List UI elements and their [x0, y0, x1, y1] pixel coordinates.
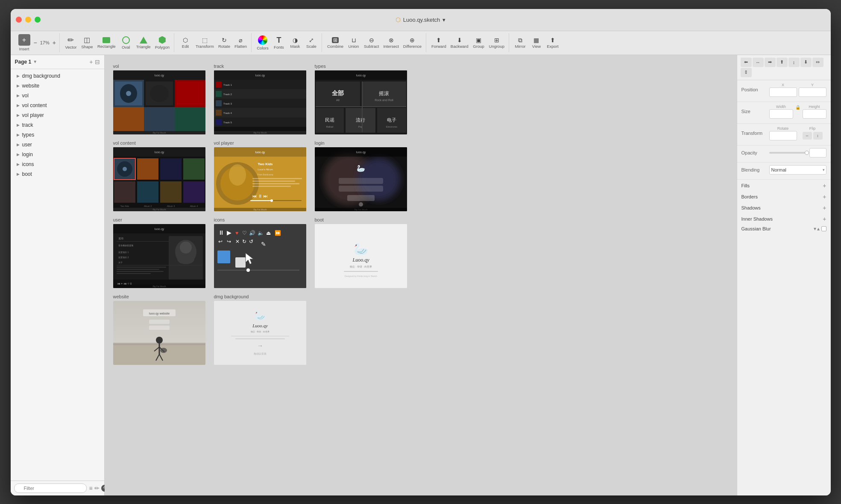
artboard-icons[interactable]: ⏸ ▶ ♥ ♡ 🔊 🔈 ⏏ ⏩ ↩ [214, 224, 306, 288]
edit-layers-icon[interactable]: ✏ [94, 485, 100, 492]
artboard-vol-player[interactable]: luoo.qy Two Kids Luca's Album From Bandc… [214, 147, 306, 211]
artboard-user[interactable]: luoo.qy 通用 音乐播放首选项 设置项目 1 [113, 224, 205, 288]
shadows-add-button[interactable]: + [823, 204, 826, 211]
layers-icon[interactable]: ≡ [89, 485, 93, 492]
filter-input[interactable] [14, 484, 87, 493]
artboard-vol-content[interactable]: luoo.qy [113, 147, 205, 211]
artboard-boot[interactable]: 🦢 Luoo.qy 独立 · 华语 · 向世界 Designed by Kimi… [315, 224, 407, 288]
fills-add-button[interactable]: + [823, 182, 826, 189]
inner-shadows-section-header[interactable]: Inner Shadows + [737, 213, 831, 224]
sidebar-item-login[interactable]: ▶ login [12, 150, 103, 159]
difference-button[interactable]: ⊕ Difference [401, 33, 423, 52]
opacity-input[interactable] [809, 148, 826, 157]
artboard-dmg[interactable]: 🦢 Luoo.qy 独立 · 华语 · 向世界 → [214, 301, 306, 365]
inner-shadows-add-button[interactable]: + [823, 216, 826, 222]
rectangle-tool[interactable]: Rectangle [96, 33, 117, 52]
height-input[interactable] [803, 109, 826, 119]
sidebar-add-icon[interactable]: + [89, 58, 93, 65]
ungroup-label: Ungroup [489, 44, 504, 49]
minimize-button[interactable] [25, 17, 31, 23]
export-button[interactable]: ⬆ Export [545, 33, 560, 52]
shadows-section-header[interactable]: Shadows + [737, 202, 831, 213]
canvas-area[interactable]: vol luoo.qy [105, 55, 737, 495]
gaussian-up-button[interactable]: ▴ [817, 226, 820, 232]
align-middle-v-button[interactable]: ↕ [788, 58, 800, 67]
opacity-thumb[interactable] [805, 151, 809, 155]
mirror-button[interactable]: ⧉ Mirror [513, 33, 528, 52]
borders-add-button[interactable]: + [823, 193, 826, 200]
filter-wrap: 🔍 [14, 484, 87, 493]
shape-tool[interactable]: ◫ Shape [79, 33, 95, 52]
oval-tool[interactable]: Oval [118, 33, 134, 52]
align-left-button[interactable]: ⬅ [741, 58, 752, 67]
scale-button[interactable]: ⤢ Scale [304, 33, 319, 52]
align-center-h-button[interactable]: ↔ [753, 58, 764, 67]
svg-rect-56 [316, 106, 406, 107]
combine-button[interactable]: ⊞ Combine [325, 33, 345, 52]
gaussian-down-button[interactable]: ▾ [814, 226, 816, 232]
artboard-track[interactable]: luoo.qy Track 1 Track 2 Track 3 [214, 70, 306, 134]
vector-tool[interactable]: ✏ Vector [63, 33, 79, 52]
rotate-input[interactable] [769, 131, 797, 140]
group-button[interactable]: ▣ Group [471, 33, 486, 52]
opacity-slider[interactable] [769, 152, 807, 154]
flip-v-button[interactable]: ↕ [813, 132, 823, 140]
fills-section-header[interactable]: Fills + [737, 180, 831, 191]
artboard-website[interactable]: luoo.qy website [113, 301, 205, 365]
forward-button[interactable]: ⬆ Forward [430, 33, 448, 52]
page-selector[interactable]: Page 1 ▼ [15, 59, 38, 65]
width-input[interactable] [769, 109, 793, 119]
blending-select[interactable]: Normal Multiply Screen Overlay Darken Li… [769, 165, 826, 175]
flatten-tool[interactable]: ⌀ Flatten [233, 33, 249, 52]
sidebar-item-dmg-background[interactable]: ▶ dmg background [12, 71, 103, 81]
sidebar-item-vol[interactable]: ▶ vol [12, 91, 103, 100]
sidebar-item-user[interactable]: ▶ user [12, 140, 103, 149]
y-input[interactable] [799, 87, 826, 97]
ungroup-button[interactable]: ⊞ Ungroup [487, 33, 506, 52]
intersect-button[interactable]: ⊗ Intersect [381, 33, 400, 52]
distribute-h-button[interactable]: ⇔ [812, 58, 823, 67]
page-dropdown-icon: ▼ [33, 59, 37, 64]
distribute-v-button[interactable]: ⇕ [741, 68, 752, 77]
subtract-icon: ⊖ [369, 37, 374, 43]
sidebar-item-vol-player[interactable]: ▶ vol player [12, 111, 103, 120]
size-lock-button[interactable]: 🔒 [795, 105, 801, 111]
polygon-icon [159, 36, 166, 44]
borders-section-header[interactable]: Borders + [737, 191, 831, 202]
view-button[interactable]: ▦ View [529, 33, 544, 52]
backward-button[interactable]: ⬇ Backward [449, 33, 470, 52]
insert-plus-icon[interactable]: + [18, 34, 30, 46]
sidebar-item-types[interactable]: ▶ types [12, 130, 103, 140]
artboard-types[interactable]: luoo.qy 全部 All 摇滚 Rock and Roll 民谣 [315, 70, 407, 134]
edit-tool[interactable]: ⬡ Edit [178, 33, 193, 52]
x-input[interactable] [769, 87, 797, 97]
fonts-button[interactable]: T Fonts [271, 33, 287, 52]
union-button[interactable]: ⊔ Union [346, 33, 361, 52]
sidebar-item-track[interactable]: ▶ track [12, 120, 103, 130]
flip-h-button[interactable]: ↔ [803, 132, 812, 140]
align-bottom-button[interactable]: ⬇ [800, 58, 812, 67]
triangle-tool[interactable]: Triangle [135, 33, 152, 52]
zoom-plus-button[interactable]: + [52, 39, 57, 46]
gaussian-blur-checkbox[interactable] [821, 226, 826, 231]
colors-button[interactable]: Colors [255, 33, 270, 52]
sidebar-item-vol-content[interactable]: ▶ vol content [12, 101, 103, 110]
mask-button[interactable]: ◑ Mask [287, 33, 303, 52]
close-button[interactable] [16, 17, 22, 23]
title-dropdown[interactable]: ▾ [442, 17, 445, 23]
align-top-button[interactable]: ⬆ [777, 58, 788, 67]
artboard-vol[interactable]: luoo.qy [113, 70, 205, 134]
subtract-button[interactable]: ⊖ Subtract [362, 33, 381, 52]
sidebar-item-icons[interactable]: ▶ icons [12, 160, 103, 169]
transform-tool[interactable]: ⬚ Transform [194, 33, 216, 52]
polygon-tool[interactable]: Polygon [153, 33, 171, 52]
sidebar-item-boot[interactable]: ▶ boot [12, 169, 103, 179]
maximize-button[interactable] [35, 17, 41, 23]
sidebar-item-website[interactable]: ▶ website [12, 81, 103, 90]
insert-button[interactable]: + Insert [17, 33, 32, 52]
sidebar-settings-icon[interactable]: ⊟ [95, 58, 100, 65]
align-right-button[interactable]: ➡ [765, 58, 776, 67]
rotate-tool[interactable]: ↻ Rotate [217, 33, 232, 52]
artboard-login[interactable]: luoo.qy 🦢 Big Fat Mouth [315, 147, 407, 211]
zoom-minus-button[interactable]: − [33, 39, 38, 46]
